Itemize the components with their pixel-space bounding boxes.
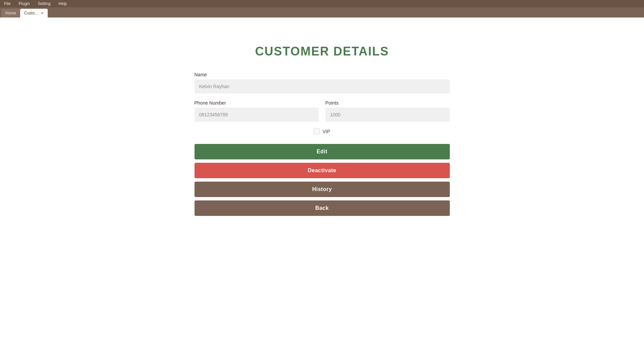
name-input[interactable] (195, 79, 450, 93)
vip-checkbox[interactable] (314, 128, 320, 135)
menu-plugin[interactable]: Plugin (17, 1, 31, 7)
main-content: CUSTOMER DETAILS Name Phone Number Point… (0, 17, 644, 342)
deactivate-button[interactable]: Deactivate (195, 163, 450, 178)
phone-label: Phone Number (195, 100, 319, 106)
points-input[interactable] (326, 108, 450, 122)
tab-home[interactable]: Home (1, 9, 20, 17)
name-field-group: Name (195, 72, 450, 93)
points-field-group: Points (326, 100, 450, 122)
phone-points-row: Phone Number Points (195, 100, 450, 122)
phone-input[interactable] (195, 108, 319, 122)
menu-setting[interactable]: Setting (37, 1, 52, 7)
menu-bar: File Plugin Setting Help (0, 0, 644, 7)
tab-customer-label: Custo... (24, 11, 38, 15)
menu-help[interactable]: Help (57, 1, 68, 7)
tab-bar: Home Custo... ✕ (0, 7, 644, 17)
vip-label: VIP (323, 129, 330, 134)
tab-customer[interactable]: Custo... ✕ (20, 9, 48, 17)
back-button[interactable]: Back (195, 200, 450, 216)
name-label: Name (195, 72, 450, 77)
menu-file[interactable]: File (3, 1, 12, 7)
history-button[interactable]: History (195, 182, 450, 197)
phone-field-group: Phone Number (195, 100, 319, 122)
page-title: CUSTOMER DETAILS (255, 44, 389, 59)
close-icon[interactable]: ✕ (41, 11, 44, 15)
form-container: Name Phone Number Points VIP Edit Deacti… (195, 72, 450, 219)
tab-home-label: Home (5, 11, 16, 15)
vip-row: VIP (195, 128, 450, 135)
edit-button[interactable]: Edit (195, 144, 450, 159)
points-label: Points (326, 100, 450, 106)
